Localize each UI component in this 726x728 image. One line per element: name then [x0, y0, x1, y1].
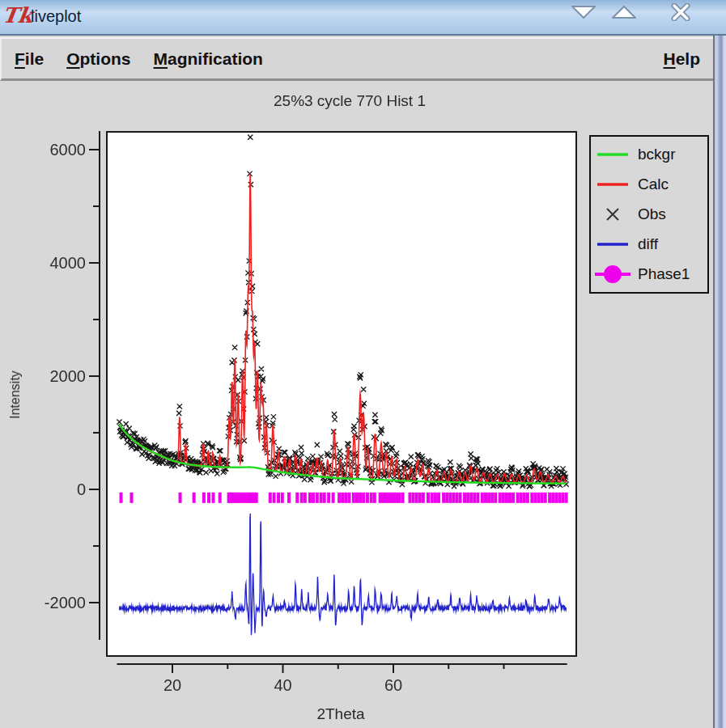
menu-underline: M [154, 49, 168, 68]
y-axis-label-text: Intensity [8, 370, 23, 419]
legend-item-phase1: Phase1 [591, 260, 707, 288]
y-tick-label: 6000 [23, 140, 86, 159]
x-axis-label: 2Theta [260, 705, 422, 723]
menu-item-magnification[interactable]: Magnification [154, 49, 263, 69]
legend-sample-line-circle [591, 264, 635, 285]
down-triangle-icon [570, 3, 597, 21]
close-button[interactable] [667, 3, 694, 21]
up-triangle-icon [610, 3, 638, 21]
legend-sample-line [591, 181, 635, 188]
maximize-button[interactable] [610, 3, 638, 21]
y-tick-label: 0 [23, 480, 86, 499]
legend-item-diff: diff [591, 231, 707, 258]
menu-item-help[interactable]: Help [663, 49, 713, 69]
x-tick-label: 60 [367, 675, 419, 695]
legend-label: Calc [638, 176, 669, 193]
tk-logo-icon: Tk [1, 3, 35, 28]
x-tick-label: 20 [146, 675, 198, 695]
legend-label: Phase1 [638, 265, 690, 283]
menu-underline: F [15, 49, 25, 68]
legend-label: Obs [638, 205, 666, 223]
title-bar: Tk liveplot [0, 0, 726, 36]
window-title: liveplot [31, 7, 81, 26]
legend: bckgrCalcObsdiffPhase1 [589, 135, 709, 294]
minimize-button[interactable] [570, 3, 597, 21]
x-tick-label: 40 [257, 675, 309, 695]
legend-item-calc: Calc [591, 171, 707, 198]
close-icon [667, 3, 694, 21]
legend-label: diff [638, 235, 658, 253]
y-tick-label: 4000 [23, 253, 86, 273]
menu-item-options[interactable]: Options [66, 49, 130, 69]
plot-title: 25%3 cycle 770 Hist 1 [0, 92, 699, 110]
menu-bar: FileOptionsMagnificationHelp [0, 37, 713, 81]
obs-marker-icon [591, 206, 635, 222]
legend-sample-line [591, 151, 635, 158]
legend-sample-line [591, 241, 635, 248]
menu-underline: O [66, 49, 79, 68]
legend-item-obs: Obs [591, 201, 707, 228]
legend-item-bckgr: bckgr [591, 141, 707, 168]
y-tick-label: -2000 [23, 593, 86, 612]
y-tick-label: 2000 [23, 366, 86, 386]
menu-underline: H [663, 49, 675, 68]
menu-item-file[interactable]: File [15, 49, 44, 69]
legend-label: bckgr [638, 146, 675, 163]
